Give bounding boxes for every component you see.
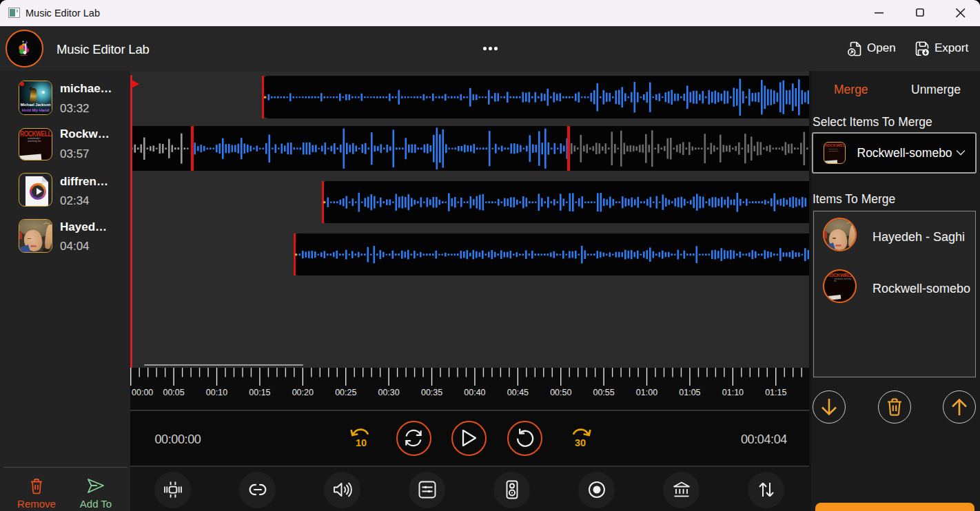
svg-text:30: 30	[575, 437, 586, 448]
svg-text:01:05: 01:05	[679, 388, 700, 397]
svg-text:00:10: 00:10	[206, 388, 227, 397]
svg-text:00:30: 00:30	[378, 388, 399, 397]
svg-text:00:00: 00:00	[132, 388, 153, 397]
svg-text:10: 10	[356, 437, 367, 448]
svg-text:01:10: 01:10	[722, 388, 744, 397]
svg-text:01:00: 01:00	[636, 388, 657, 397]
svg-text:00:20: 00:20	[292, 388, 314, 397]
svg-text:00:55: 00:55	[593, 388, 614, 397]
svg-text:00:40: 00:40	[464, 388, 485, 397]
svg-text:00:35: 00:35	[421, 388, 442, 397]
svg-text:00:05: 00:05	[163, 388, 184, 397]
svg-text:01:15: 01:15	[765, 388, 786, 397]
svg-text:00:50: 00:50	[550, 388, 571, 397]
svg-text:00:15: 00:15	[249, 388, 270, 397]
svg-text:00:45: 00:45	[507, 388, 529, 397]
svg-text:00:25: 00:25	[335, 388, 356, 397]
